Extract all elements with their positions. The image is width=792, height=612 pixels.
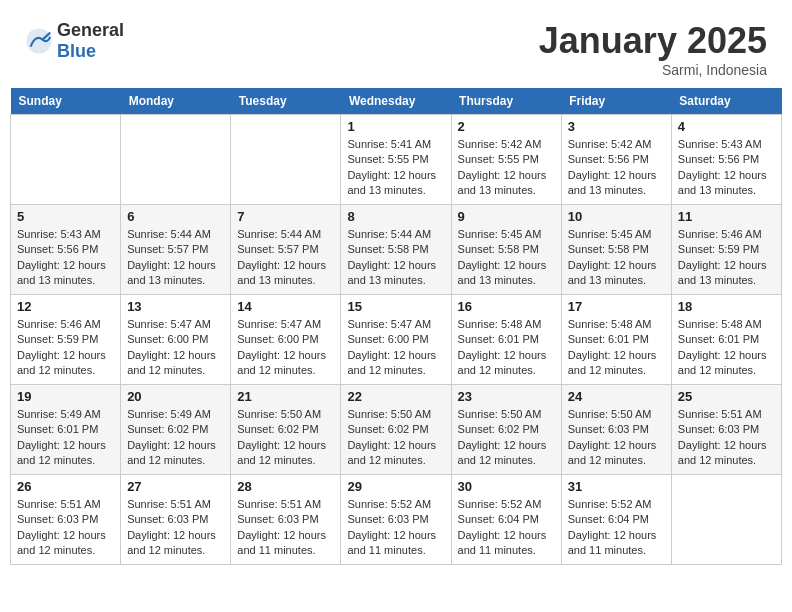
location-subtitle: Sarmi, Indonesia xyxy=(539,62,767,78)
calendar-cell: 28Sunrise: 5:51 AM Sunset: 6:03 PM Dayli… xyxy=(231,475,341,565)
day-number: 12 xyxy=(17,299,114,314)
day-number: 8 xyxy=(347,209,444,224)
day-info: Sunrise: 5:52 AM Sunset: 6:03 PM Dayligh… xyxy=(347,497,444,559)
week-row-1: 1Sunrise: 5:41 AM Sunset: 5:55 PM Daylig… xyxy=(11,115,782,205)
day-info: Sunrise: 5:45 AM Sunset: 5:58 PM Dayligh… xyxy=(568,227,665,289)
calendar-cell: 8Sunrise: 5:44 AM Sunset: 5:58 PM Daylig… xyxy=(341,205,451,295)
day-number: 24 xyxy=(568,389,665,404)
calendar-cell xyxy=(231,115,341,205)
day-number: 20 xyxy=(127,389,224,404)
calendar-cell: 3Sunrise: 5:42 AM Sunset: 5:56 PM Daylig… xyxy=(561,115,671,205)
day-number: 11 xyxy=(678,209,775,224)
calendar-cell: 11Sunrise: 5:46 AM Sunset: 5:59 PM Dayli… xyxy=(671,205,781,295)
calendar-cell: 24Sunrise: 5:50 AM Sunset: 6:03 PM Dayli… xyxy=(561,385,671,475)
day-info: Sunrise: 5:51 AM Sunset: 6:03 PM Dayligh… xyxy=(237,497,334,559)
weekday-header-friday: Friday xyxy=(561,88,671,115)
calendar-cell: 10Sunrise: 5:45 AM Sunset: 5:58 PM Dayli… xyxy=(561,205,671,295)
week-row-4: 19Sunrise: 5:49 AM Sunset: 6:01 PM Dayli… xyxy=(11,385,782,475)
day-info: Sunrise: 5:43 AM Sunset: 5:56 PM Dayligh… xyxy=(678,137,775,199)
day-info: Sunrise: 5:44 AM Sunset: 5:58 PM Dayligh… xyxy=(347,227,444,289)
logo-blue: Blue xyxy=(57,41,96,61)
day-info: Sunrise: 5:41 AM Sunset: 5:55 PM Dayligh… xyxy=(347,137,444,199)
day-number: 15 xyxy=(347,299,444,314)
day-number: 6 xyxy=(127,209,224,224)
day-number: 14 xyxy=(237,299,334,314)
weekday-header-wednesday: Wednesday xyxy=(341,88,451,115)
calendar-cell xyxy=(121,115,231,205)
calendar-cell xyxy=(11,115,121,205)
day-info: Sunrise: 5:48 AM Sunset: 6:01 PM Dayligh… xyxy=(458,317,555,379)
calendar-cell: 23Sunrise: 5:50 AM Sunset: 6:02 PM Dayli… xyxy=(451,385,561,475)
calendar-cell: 4Sunrise: 5:43 AM Sunset: 5:56 PM Daylig… xyxy=(671,115,781,205)
day-info: Sunrise: 5:48 AM Sunset: 6:01 PM Dayligh… xyxy=(678,317,775,379)
day-number: 26 xyxy=(17,479,114,494)
day-number: 1 xyxy=(347,119,444,134)
week-row-3: 12Sunrise: 5:46 AM Sunset: 5:59 PM Dayli… xyxy=(11,295,782,385)
day-number: 3 xyxy=(568,119,665,134)
day-number: 13 xyxy=(127,299,224,314)
weekday-header-row: SundayMondayTuesdayWednesdayThursdayFrid… xyxy=(11,88,782,115)
day-number: 23 xyxy=(458,389,555,404)
day-number: 27 xyxy=(127,479,224,494)
calendar-cell: 7Sunrise: 5:44 AM Sunset: 5:57 PM Daylig… xyxy=(231,205,341,295)
day-info: Sunrise: 5:47 AM Sunset: 6:00 PM Dayligh… xyxy=(347,317,444,379)
calendar-cell: 13Sunrise: 5:47 AM Sunset: 6:00 PM Dayli… xyxy=(121,295,231,385)
calendar-cell: 30Sunrise: 5:52 AM Sunset: 6:04 PM Dayli… xyxy=(451,475,561,565)
day-info: Sunrise: 5:46 AM Sunset: 5:59 PM Dayligh… xyxy=(678,227,775,289)
calendar-cell: 22Sunrise: 5:50 AM Sunset: 6:02 PM Dayli… xyxy=(341,385,451,475)
calendar-cell: 31Sunrise: 5:52 AM Sunset: 6:04 PM Dayli… xyxy=(561,475,671,565)
day-info: Sunrise: 5:51 AM Sunset: 6:03 PM Dayligh… xyxy=(17,497,114,559)
day-info: Sunrise: 5:52 AM Sunset: 6:04 PM Dayligh… xyxy=(568,497,665,559)
day-info: Sunrise: 5:44 AM Sunset: 5:57 PM Dayligh… xyxy=(237,227,334,289)
day-info: Sunrise: 5:43 AM Sunset: 5:56 PM Dayligh… xyxy=(17,227,114,289)
day-number: 28 xyxy=(237,479,334,494)
day-number: 30 xyxy=(458,479,555,494)
day-number: 2 xyxy=(458,119,555,134)
calendar-cell: 27Sunrise: 5:51 AM Sunset: 6:03 PM Dayli… xyxy=(121,475,231,565)
day-number: 25 xyxy=(678,389,775,404)
day-number: 18 xyxy=(678,299,775,314)
logo-general: General xyxy=(57,20,124,40)
calendar-cell: 29Sunrise: 5:52 AM Sunset: 6:03 PM Dayli… xyxy=(341,475,451,565)
day-number: 4 xyxy=(678,119,775,134)
day-info: Sunrise: 5:49 AM Sunset: 6:02 PM Dayligh… xyxy=(127,407,224,469)
day-info: Sunrise: 5:47 AM Sunset: 6:00 PM Dayligh… xyxy=(237,317,334,379)
week-row-2: 5Sunrise: 5:43 AM Sunset: 5:56 PM Daylig… xyxy=(11,205,782,295)
day-number: 21 xyxy=(237,389,334,404)
day-info: Sunrise: 5:45 AM Sunset: 5:58 PM Dayligh… xyxy=(458,227,555,289)
calendar-cell: 9Sunrise: 5:45 AM Sunset: 5:58 PM Daylig… xyxy=(451,205,561,295)
calendar-cell: 12Sunrise: 5:46 AM Sunset: 5:59 PM Dayli… xyxy=(11,295,121,385)
day-info: Sunrise: 5:46 AM Sunset: 5:59 PM Dayligh… xyxy=(17,317,114,379)
calendar-cell: 19Sunrise: 5:49 AM Sunset: 6:01 PM Dayli… xyxy=(11,385,121,475)
day-number: 19 xyxy=(17,389,114,404)
calendar-cell: 21Sunrise: 5:50 AM Sunset: 6:02 PM Dayli… xyxy=(231,385,341,475)
day-number: 16 xyxy=(458,299,555,314)
day-info: Sunrise: 5:50 AM Sunset: 6:02 PM Dayligh… xyxy=(458,407,555,469)
calendar-cell: 1Sunrise: 5:41 AM Sunset: 5:55 PM Daylig… xyxy=(341,115,451,205)
logo-icon xyxy=(25,27,53,55)
calendar-cell: 2Sunrise: 5:42 AM Sunset: 5:55 PM Daylig… xyxy=(451,115,561,205)
calendar-cell: 6Sunrise: 5:44 AM Sunset: 5:57 PM Daylig… xyxy=(121,205,231,295)
page-header: General Blue January 2025 Sarmi, Indones… xyxy=(10,10,782,83)
day-number: 5 xyxy=(17,209,114,224)
week-row-5: 26Sunrise: 5:51 AM Sunset: 6:03 PM Dayli… xyxy=(11,475,782,565)
day-number: 9 xyxy=(458,209,555,224)
day-number: 29 xyxy=(347,479,444,494)
calendar-cell: 14Sunrise: 5:47 AM Sunset: 6:00 PM Dayli… xyxy=(231,295,341,385)
day-info: Sunrise: 5:50 AM Sunset: 6:02 PM Dayligh… xyxy=(237,407,334,469)
logo: General Blue xyxy=(25,20,124,62)
weekday-header-saturday: Saturday xyxy=(671,88,781,115)
day-number: 22 xyxy=(347,389,444,404)
calendar-cell: 17Sunrise: 5:48 AM Sunset: 6:01 PM Dayli… xyxy=(561,295,671,385)
month-title: January 2025 xyxy=(539,20,767,62)
calendar-cell: 5Sunrise: 5:43 AM Sunset: 5:56 PM Daylig… xyxy=(11,205,121,295)
day-info: Sunrise: 5:42 AM Sunset: 5:56 PM Dayligh… xyxy=(568,137,665,199)
day-number: 10 xyxy=(568,209,665,224)
day-info: Sunrise: 5:51 AM Sunset: 6:03 PM Dayligh… xyxy=(127,497,224,559)
day-info: Sunrise: 5:42 AM Sunset: 5:55 PM Dayligh… xyxy=(458,137,555,199)
calendar-cell: 25Sunrise: 5:51 AM Sunset: 6:03 PM Dayli… xyxy=(671,385,781,475)
day-info: Sunrise: 5:49 AM Sunset: 6:01 PM Dayligh… xyxy=(17,407,114,469)
calendar-cell: 26Sunrise: 5:51 AM Sunset: 6:03 PM Dayli… xyxy=(11,475,121,565)
day-number: 17 xyxy=(568,299,665,314)
calendar-cell: 20Sunrise: 5:49 AM Sunset: 6:02 PM Dayli… xyxy=(121,385,231,475)
